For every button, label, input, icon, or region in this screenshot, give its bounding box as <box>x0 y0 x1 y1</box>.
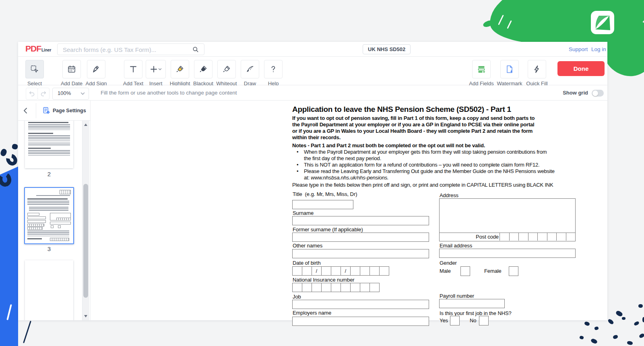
scroll-down-arrow[interactable] <box>84 315 87 317</box>
page-thumbnail-2[interactable] <box>25 121 73 168</box>
dob-cell[interactable] <box>331 266 341 276</box>
page-settings-icon <box>42 107 50 115</box>
page-thumbnail-4[interactable] <box>25 260 73 320</box>
navy-blob-dot <box>0 148 8 157</box>
male-label: Male <box>440 268 451 274</box>
yes-label: Yes <box>440 317 448 323</box>
male-checkbox[interactable] <box>460 266 470 276</box>
help-button[interactable]: Help <box>259 60 287 86</box>
no-checkbox[interactable] <box>479 316 489 325</box>
speckle <box>607 318 614 325</box>
postcode-cell[interactable] <box>500 233 509 241</box>
job-input[interactable] <box>292 300 429 309</box>
done-button[interactable]: Done <box>557 61 605 76</box>
ni-cell[interactable] <box>341 283 351 292</box>
speckle <box>579 336 584 340</box>
postcode-cell[interactable] <box>566 233 576 241</box>
other-names-label: Other names <box>293 243 322 249</box>
ni-cell[interactable] <box>350 283 360 292</box>
ni-cell[interactable] <box>321 283 331 292</box>
document-tab[interactable]: UK NHS SD502 <box>363 44 411 54</box>
postcode-cell[interactable] <box>518 233 528 241</box>
address-input[interactable]: Post code <box>439 198 576 241</box>
add-fields-button[interactable]: Add Fields <box>466 60 496 86</box>
postcode-cell[interactable] <box>537 233 547 241</box>
email-address-input[interactable] <box>439 249 576 258</box>
sidebar-header: Page Settings <box>18 101 91 121</box>
speckle <box>634 321 640 326</box>
bullet1-line1: When the Payroll Department at your empl… <box>304 149 547 155</box>
dob-cell[interactable] <box>379 266 389 276</box>
sidebar-scrollbar-thumb[interactable] <box>83 184 88 298</box>
form-intro-line3: or if you are a GP in Wales to your Loca… <box>292 128 533 134</box>
undo-button[interactable] <box>26 88 38 100</box>
support-link[interactable]: Support <box>569 42 588 57</box>
former-surname-label: Former surname (If applicable) <box>293 227 363 233</box>
sidebar-scrollbar-track[interactable] <box>82 121 89 320</box>
former-surname-input[interactable] <box>292 233 429 242</box>
speckle <box>584 321 590 326</box>
ni-cell[interactable] <box>331 283 341 292</box>
bottom-left-slash <box>23 321 31 343</box>
yes-checkbox[interactable] <box>450 316 460 325</box>
other-names-input[interactable] <box>292 249 429 258</box>
ni-cell[interactable] <box>312 283 322 292</box>
watermark-button[interactable]: Watermark <box>495 60 524 86</box>
postcode-cell[interactable] <box>509 233 519 241</box>
workspace: Page Settings 2 <box>18 101 607 320</box>
select-tool-button[interactable]: Select <box>21 60 49 86</box>
sidebar-header-divider <box>36 103 36 118</box>
postcode-cell[interactable] <box>556 233 566 241</box>
page-settings-button[interactable]: Page Settings <box>42 107 86 115</box>
dob-cell[interactable] <box>369 266 380 276</box>
page-number-3: 3 <box>25 245 73 252</box>
collapse-sidebar-button[interactable] <box>23 107 28 114</box>
ni-cell[interactable] <box>302 283 312 292</box>
page-settings-label: Page Settings <box>53 108 86 113</box>
insert-plus-icon <box>146 60 166 78</box>
surname-input[interactable] <box>292 216 429 225</box>
quick-fill-button[interactable]: Quick Fill <box>522 60 552 86</box>
search-icon[interactable] <box>192 46 199 53</box>
show-grid-toggle[interactable] <box>592 90 604 97</box>
bullet-symbol-2: • <box>297 162 298 168</box>
help-question-icon <box>264 60 283 78</box>
pdfliner-logo[interactable]: PDFLiner <box>25 44 51 55</box>
search-input[interactable] <box>62 44 192 55</box>
bullet2-line: This is NOT an application form for a re… <box>304 162 540 168</box>
date-of-birth-label: Date of birth <box>293 260 321 266</box>
add-sign-button[interactable]: Add Sign <box>82 60 110 86</box>
whiteout-brush-icon <box>217 60 236 78</box>
ni-cell[interactable] <box>292 283 302 292</box>
title-input[interactable] <box>292 200 353 209</box>
ni-cell[interactable] <box>360 283 370 292</box>
postcode-cell[interactable] <box>528 233 538 241</box>
dob-cell[interactable] <box>360 266 370 276</box>
zoom-level-select[interactable]: 100% <box>52 88 89 100</box>
undo-icon <box>28 90 35 97</box>
speckle <box>594 326 599 330</box>
employers-name-input[interactable] <box>292 317 429 326</box>
form-intro-line2: the Payroll Department at your employer … <box>292 122 535 128</box>
dob-cell[interactable] <box>321 266 331 276</box>
draw-brush-icon <box>241 60 259 78</box>
page-thumbnail-3-selected[interactable] <box>24 187 74 244</box>
login-link[interactable]: Log in <box>591 42 606 57</box>
form-intro-line1: If you want to opt out of pension saving… <box>292 115 535 122</box>
scroll-up-arrow[interactable] <box>84 124 87 126</box>
redo-button[interactable] <box>37 88 50 100</box>
dob-cell[interactable] <box>302 266 312 276</box>
dob-cell[interactable] <box>350 266 360 276</box>
blackout-brush-icon <box>194 60 213 78</box>
postcode-cell[interactable] <box>547 233 557 241</box>
payroll-number-input[interactable] <box>439 299 505 308</box>
female-checkbox[interactable] <box>509 266 518 276</box>
form-notes-heading: Notes - Part 1 and Part 2 must both be c… <box>292 142 485 149</box>
add-date-button[interactable]: Add Date <box>58 60 86 86</box>
gender-label: Gender <box>440 260 457 266</box>
ni-cell[interactable] <box>369 283 380 292</box>
dob-cell[interactable] <box>292 266 302 276</box>
job-label: Job <box>293 294 301 300</box>
speckle <box>613 334 618 340</box>
pages-sidebar: Page Settings 2 <box>18 101 91 320</box>
